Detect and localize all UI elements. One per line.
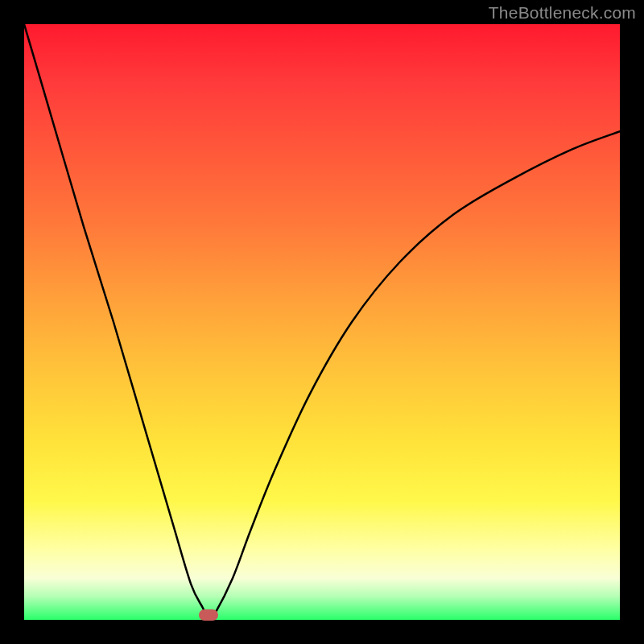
min-marker xyxy=(199,609,218,621)
curve-layer xyxy=(24,24,620,620)
plot-area xyxy=(24,24,620,620)
watermark-text: TheBottleneck.com xyxy=(489,3,636,23)
bottleneck-curve xyxy=(24,24,620,620)
chart-stage: TheBottleneck.com xyxy=(0,0,644,644)
